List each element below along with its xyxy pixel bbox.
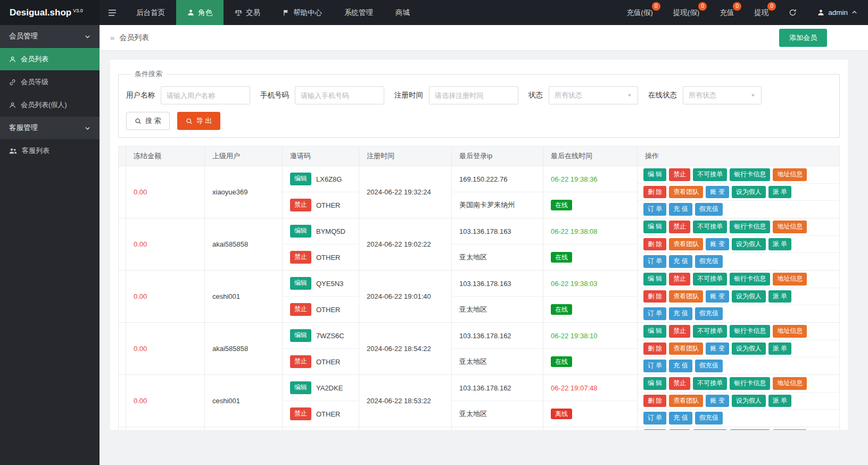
withdraw-fake-button[interactable]: 提现(假) 0 (663, 0, 710, 25)
action-button[interactable]: 银行卡信息 (730, 273, 770, 285)
action-button[interactable]: 查看团队 (669, 238, 703, 251)
action-button[interactable]: 查看团队 (669, 290, 703, 303)
invite-ban-button[interactable]: 禁止 (290, 303, 311, 316)
action-button[interactable]: 编 辑 (643, 273, 666, 285)
action-button[interactable]: 地址信息 (773, 273, 807, 285)
action-button[interactable]: 地址信息 (773, 168, 807, 181)
phone-input[interactable] (295, 86, 384, 104)
action-button[interactable]: 假充值 (695, 360, 723, 372)
nav-item-roles[interactable]: 角色 (176, 0, 224, 25)
action-button[interactable]: 禁止 (669, 221, 690, 233)
sidebar-item-member-list-fake[interactable]: 会员列表(假人) (0, 94, 100, 117)
action-button[interactable]: 不可接单 (693, 221, 727, 233)
action-button[interactable]: 设为假人 (732, 342, 766, 355)
action-button[interactable]: 账 变 (706, 290, 729, 303)
action-button[interactable]: 银行卡信息 (730, 429, 770, 430)
action-button[interactable]: 假充值 (695, 255, 723, 268)
action-button[interactable]: 删 除 (643, 395, 666, 407)
action-button[interactable]: 编 辑 (643, 377, 666, 390)
action-button[interactable]: 删 除 (643, 342, 666, 355)
action-button[interactable]: 订 单 (643, 307, 666, 320)
action-button[interactable]: 编 辑 (643, 221, 666, 233)
action-button[interactable]: 账 变 (706, 395, 729, 407)
action-button[interactable]: 地址信息 (773, 221, 807, 233)
search-button[interactable]: 搜 索 (126, 112, 170, 130)
action-button[interactable]: 银行卡信息 (730, 221, 770, 233)
action-button[interactable]: 禁止 (669, 325, 690, 338)
invite-ban-button[interactable]: 禁止 (290, 355, 311, 368)
action-button[interactable]: 不可接单 (693, 273, 727, 285)
action-button[interactable]: 禁止 (669, 429, 690, 430)
online-status-select[interactable]: 所有状态 (683, 86, 762, 104)
brand-logo[interactable]: Desigual.shopV3.0 (0, 0, 100, 25)
action-button[interactable]: 充 值 (669, 307, 692, 320)
action-button[interactable]: 设为假人 (732, 395, 766, 407)
invite-ban-button[interactable]: 禁止 (290, 251, 311, 264)
action-button[interactable]: 不可接单 (693, 377, 727, 390)
action-button[interactable]: 充 值 (669, 360, 692, 372)
invite-ban-button[interactable]: 禁止 (290, 407, 311, 420)
invite-edit-button[interactable]: 编辑 (290, 381, 311, 394)
action-button[interactable]: 地址信息 (773, 377, 807, 390)
action-button[interactable]: 删 除 (643, 290, 666, 303)
action-button[interactable]: 派 单 (768, 395, 791, 407)
invite-edit-button[interactable]: 编辑 (290, 225, 311, 238)
action-button[interactable]: 设为假人 (732, 290, 766, 303)
register-time-input[interactable] (429, 86, 518, 104)
invite-edit-button[interactable]: 编辑 (290, 329, 311, 342)
action-button[interactable]: 派 单 (768, 238, 791, 251)
action-button[interactable]: 账 变 (706, 238, 729, 251)
action-button[interactable]: 禁止 (669, 273, 690, 285)
user-menu[interactable]: admin (807, 0, 868, 25)
action-button[interactable]: 派 单 (768, 342, 791, 355)
add-member-button[interactable]: 添加会员 (779, 29, 827, 47)
action-button[interactable]: 删 除 (643, 238, 666, 251)
nav-item-mall[interactable]: 商城 (384, 0, 421, 25)
nav-item-help-center[interactable]: 帮助中心 (271, 0, 333, 25)
action-button[interactable]: 地址信息 (773, 429, 807, 430)
action-button[interactable]: 账 变 (706, 186, 729, 199)
action-button[interactable]: 假充值 (695, 307, 723, 320)
action-button[interactable]: 假充值 (695, 412, 723, 425)
action-button[interactable]: 不可接单 (693, 168, 727, 181)
username-input[interactable] (161, 86, 250, 104)
action-button[interactable]: 假充值 (695, 203, 723, 216)
status-select[interactable]: 所有状态 (549, 86, 638, 104)
action-button[interactable]: 禁止 (669, 168, 690, 181)
sidebar-toggle[interactable] (100, 0, 125, 25)
sidebar-section-service-management[interactable]: 客服管理 (0, 117, 100, 140)
action-button[interactable]: 删 除 (643, 186, 666, 199)
action-button[interactable]: 充 值 (669, 412, 692, 425)
action-button[interactable]: 充 值 (669, 203, 692, 216)
action-button[interactable]: 派 单 (768, 186, 791, 199)
action-button[interactable]: 订 单 (643, 203, 666, 216)
action-button[interactable]: 订 单 (643, 255, 666, 268)
nav-item-dashboard[interactable]: 后台首页 (125, 0, 176, 25)
nav-item-system[interactable]: 系统管理 (333, 0, 384, 25)
action-button[interactable]: 派 单 (768, 290, 791, 303)
action-button[interactable]: 查看团队 (669, 342, 703, 355)
action-button[interactable]: 编 辑 (643, 325, 666, 338)
action-button[interactable]: 不可接单 (693, 325, 727, 338)
recharge-button[interactable]: 充值 0 (709, 0, 744, 25)
action-button[interactable]: 订 单 (643, 412, 666, 425)
nav-item-trade[interactable]: 交易 (224, 0, 271, 25)
invite-edit-button[interactable]: 编辑 (290, 277, 311, 290)
action-button[interactable]: 银行卡信息 (730, 168, 770, 181)
action-button[interactable]: 不可接单 (693, 429, 727, 430)
invite-ban-button[interactable]: 禁止 (290, 199, 311, 211)
action-button[interactable]: 查看团队 (669, 186, 703, 199)
action-button[interactable]: 编 辑 (643, 168, 666, 181)
sidebar-item-member-list[interactable]: 会员列表 (0, 48, 100, 71)
export-button[interactable]: 导 出 (177, 112, 221, 130)
action-button[interactable]: 订 单 (643, 360, 666, 372)
action-button[interactable]: 设为假人 (732, 186, 766, 199)
action-button[interactable]: 地址信息 (773, 325, 807, 338)
action-button[interactable]: 账 变 (706, 342, 729, 355)
sidebar-item-member-level[interactable]: 会员等级 (0, 71, 100, 94)
action-button[interactable]: 设为假人 (732, 238, 766, 251)
action-button[interactable]: 充 值 (669, 255, 692, 268)
action-button[interactable]: 银行卡信息 (730, 325, 770, 338)
recharge-fake-button[interactable]: 充值(假) 0 (616, 0, 663, 25)
action-button[interactable]: 查看团队 (669, 395, 703, 407)
